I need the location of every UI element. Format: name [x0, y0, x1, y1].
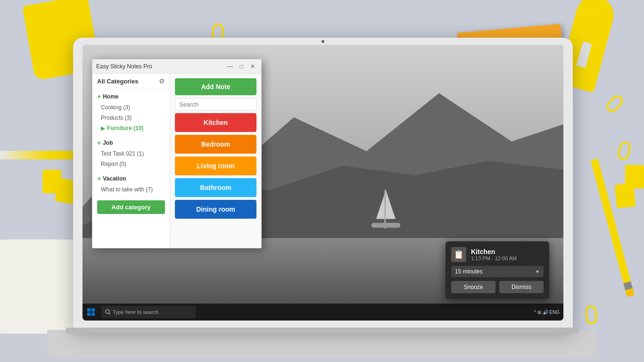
laptop-body: Easy Sticky Notes Pro — □ ✕ All Categori…: [73, 38, 573, 330]
add-note-button[interactable]: Add Note: [175, 78, 256, 95]
home-expand-icon: +: [97, 93, 101, 100]
sidebar-item-test-task[interactable]: Test Task 021 (1): [92, 148, 170, 159]
taskbar-search-text: Type here to search: [113, 309, 158, 315]
right-panel: Add Note 🔍 Kitchen Bedroom Living room B…: [170, 74, 261, 248]
maximize-button[interactable]: □: [237, 63, 246, 70]
kitchen-note-button[interactable]: Kitchen: [175, 113, 256, 132]
notification-popup: 📋 Kitchen 1:13 PM - 12:00 AM 15 minutes: [446, 241, 549, 299]
sidebar-item-furniture[interactable]: ▶ Furniture (10): [92, 123, 170, 133]
active-arrow-icon: ▶: [101, 125, 105, 132]
bathroom-note-button[interactable]: Bathroom: [175, 178, 256, 197]
bedroom-note-button[interactable]: Bedroom: [175, 135, 256, 154]
notification-interval-select[interactable]: 15 minutes: [451, 266, 544, 277]
home-group-header[interactable]: + Home: [92, 91, 170, 102]
app-content: All Categories ⚙ + Home Cooking (3): [92, 74, 261, 248]
all-categories-label: All Categories: [97, 78, 138, 85]
notification-info: Kitchen 1:13 PM - 12:00 AM: [471, 248, 517, 261]
sidebar-item-products[interactable]: Products (3): [92, 113, 170, 123]
notification-time: 1:13 PM - 12:00 AM: [471, 255, 517, 261]
svg-rect-12: [372, 223, 401, 228]
job-group-header[interactable]: + Job: [92, 137, 170, 148]
add-category-button[interactable]: Add category: [97, 200, 165, 214]
search-input[interactable]: [179, 101, 258, 108]
sidebar-item-report[interactable]: Report (0): [92, 159, 170, 169]
notification-title: Kitchen: [471, 248, 517, 255]
snooze-button[interactable]: Snooze: [451, 281, 495, 293]
sidebar-item-cooking[interactable]: Cooking (3): [92, 102, 170, 113]
window-controls: — □ ✕: [225, 63, 257, 70]
laptop-base: [47, 330, 597, 358]
taskbar-search-box[interactable]: Type here to search: [101, 306, 196, 318]
title-bar: Easy Sticky Notes Pro — □ ✕: [92, 59, 261, 74]
paperclip-9: [585, 305, 597, 325]
home-group-label: Home: [103, 93, 118, 100]
gear-icon[interactable]: ⚙: [159, 77, 165, 85]
svg-rect-13: [87, 308, 91, 312]
notification-interval-row: 15 minutes: [451, 266, 544, 277]
home-group: + Home Cooking (3) Products (3) ▶ Furnit…: [92, 89, 170, 135]
svg-rect-14: [91, 308, 95, 312]
app-window: Easy Sticky Notes Pro — □ ✕ All Categori…: [92, 59, 262, 248]
paperclip-8: [616, 140, 632, 162]
sidebar: All Categories ⚙ + Home Cooking (3): [92, 74, 170, 248]
minimize-button[interactable]: —: [225, 63, 235, 70]
all-categories-row: All Categories ⚙: [92, 74, 170, 89]
laptop-camera: [322, 40, 324, 43]
notification-select-wrapper: 15 minutes: [451, 266, 544, 277]
furniture-label: Furniture (10): [107, 125, 143, 132]
svg-point-17: [106, 310, 109, 313]
app-title: Easy Sticky Notes Pro: [96, 63, 225, 70]
vacation-group: + Vacation What to take with (7): [92, 171, 170, 197]
vacation-group-label: Vacation: [103, 175, 126, 182]
living-room-note-button[interactable]: Living room: [175, 156, 256, 175]
notification-buttons: Snooze Dismiss: [451, 281, 544, 293]
svg-rect-15: [87, 313, 91, 316]
taskbar-right: ^ ⊞ 🔊 ENG: [534, 310, 563, 315]
dismiss-button[interactable]: Dismiss: [499, 281, 544, 293]
vacation-group-header[interactable]: + Vacation: [92, 173, 170, 184]
notification-icon: 📋: [451, 247, 466, 262]
svg-line-18: [109, 313, 110, 314]
close-button[interactable]: ✕: [248, 63, 257, 70]
desktop-background: Set the notifications to remind you abou…: [0, 0, 644, 362]
vacation-expand-icon: +: [97, 175, 101, 182]
job-group-label: Job: [103, 140, 113, 146]
taskbar: Type here to search ^ ⊞ 🔊 ENG: [83, 304, 563, 321]
sidebar-item-what-to-take[interactable]: What to take with (7): [92, 184, 170, 195]
taskbar-system-icons: ^ ⊞ 🔊 ENG: [534, 310, 560, 315]
laptop-hinge: [66, 328, 578, 333]
notification-header: 📋 Kitchen 1:13 PM - 12:00 AM: [451, 247, 544, 262]
paperclip-7: [604, 93, 625, 114]
job-expand-icon: +: [97, 139, 101, 147]
dining-room-note-button[interactable]: Dining room: [175, 200, 256, 219]
binder-clip-right-2: [615, 183, 636, 208]
search-box: 🔍: [175, 98, 256, 110]
job-group: + Job Test Task 021 (1) Report (0): [92, 135, 170, 171]
svg-rect-16: [91, 313, 95, 316]
laptop-screen: Easy Sticky Notes Pro — □ ✕ All Categori…: [83, 45, 563, 321]
start-button[interactable]: [83, 304, 99, 321]
